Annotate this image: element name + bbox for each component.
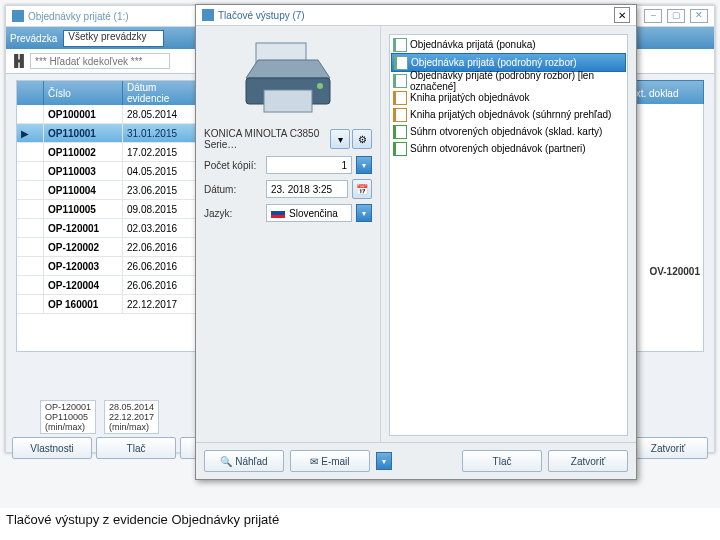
email-button[interactable]: ✉ E-mail xyxy=(290,450,370,472)
dialog-left-panel: KONICA MINOLTA C3850 Serie… ▾ ⚙ Počet kó… xyxy=(196,26,381,442)
list-item[interactable]: Kniha prijatých objednávok xyxy=(391,89,626,106)
date-label: Dátum: xyxy=(204,184,262,195)
report-icon xyxy=(393,108,407,122)
report-icon xyxy=(393,38,407,52)
email-options-dropdown[interactable]: ▾ xyxy=(376,452,392,470)
copies-dropdown[interactable]: ▾ xyxy=(356,156,372,174)
date-field[interactable]: 23. 2018 3:25 xyxy=(266,180,348,198)
calendar-icon[interactable]: 📅 xyxy=(352,179,372,199)
magnifier-icon: 🔍 xyxy=(220,456,232,467)
report-icon xyxy=(393,125,407,139)
report-icon xyxy=(394,56,408,70)
filter-select[interactable]: Všetky prevádzky xyxy=(63,30,163,47)
maximize-button[interactable]: ▢ xyxy=(667,9,685,23)
dialog-titlebar: Tlačové výstupy (7) ✕ xyxy=(196,5,636,26)
report-icon xyxy=(393,74,407,88)
list-item[interactable]: Súhrn otvorených objednávok (sklad. kart… xyxy=(391,123,626,140)
lang-label: Jazyk: xyxy=(204,208,262,219)
printer-select-button[interactable]: ▾ xyxy=(330,129,350,149)
orders-window-title: Objednávky prijaté (1:) xyxy=(28,11,129,22)
svg-point-3 xyxy=(317,83,323,89)
report-icon xyxy=(393,91,407,105)
list-item[interactable]: Súhrn otvorených objednávok (partneri) xyxy=(391,140,626,157)
dialog-title: Tlačové výstupy (7) xyxy=(218,10,305,21)
ext-doc-value: OV-120001 xyxy=(649,266,700,277)
list-item[interactable]: Objednávka prijatá (ponuka) xyxy=(391,36,626,53)
binoculars-icon xyxy=(12,54,26,68)
list-item[interactable]: Objednávky prijaté (podrobný rozbor) [le… xyxy=(391,72,626,89)
app-icon xyxy=(12,10,24,22)
printer-illustration xyxy=(238,38,338,118)
summary-date: 28.05.2014 22.12.2017 (min/max) xyxy=(104,400,159,434)
col-number[interactable]: Číslo xyxy=(44,81,123,105)
printer-name: KONICA MINOLTA C3850 Serie… xyxy=(204,128,328,150)
dialog-icon xyxy=(202,9,214,21)
printer-settings-button[interactable]: ⚙ xyxy=(352,129,372,149)
report-list[interactable]: Objednávka prijatá (ponuka)Objednávka pr… xyxy=(389,34,628,436)
dialog-print-button[interactable]: Tlač xyxy=(462,450,542,472)
svg-rect-2 xyxy=(264,90,312,112)
properties-button[interactable]: Vlastnosti xyxy=(12,437,92,459)
summary-number: OP-120001 OP110005 (min/max) xyxy=(40,400,96,434)
envelope-icon: ✉ xyxy=(310,456,318,467)
dialog-footer: 🔍 Náhľad ✉ E-mail ▾ Tlač Zatvoriť xyxy=(196,442,636,479)
ext-doc-cells xyxy=(632,104,704,352)
close-orders-button[interactable]: Zatvoriť xyxy=(628,437,708,459)
flag-icon xyxy=(271,208,285,218)
search-input[interactable] xyxy=(30,53,170,69)
close-window-button[interactable]: ✕ xyxy=(690,9,708,23)
preview-button[interactable]: 🔍 Náhľad xyxy=(204,450,284,472)
close-icon[interactable]: ✕ xyxy=(614,7,630,23)
dialog-close-button[interactable]: Zatvoriť xyxy=(548,450,628,472)
minimize-button[interactable]: – xyxy=(644,9,662,23)
col-date[interactable]: Dátum evidencie xyxy=(123,81,197,105)
lang-field[interactable]: Slovenčina xyxy=(266,204,352,222)
list-item[interactable]: Kniha prijatých objednávok (súhrnný preh… xyxy=(391,106,626,123)
print-button[interactable]: Tlač xyxy=(96,437,176,459)
figure-caption: Tlačové výstupy z evidencie Objednávky p… xyxy=(6,512,279,527)
copies-field[interactable]: 1 xyxy=(266,156,352,174)
filter-label: Prevádzka xyxy=(10,33,57,44)
lang-dropdown[interactable]: ▾ xyxy=(356,204,372,222)
copies-label: Počet kópií: xyxy=(204,160,262,171)
report-icon xyxy=(393,142,407,156)
print-outputs-dialog: Tlačové výstupy (7) ✕ KONICA MINOLTA C38… xyxy=(195,4,637,480)
